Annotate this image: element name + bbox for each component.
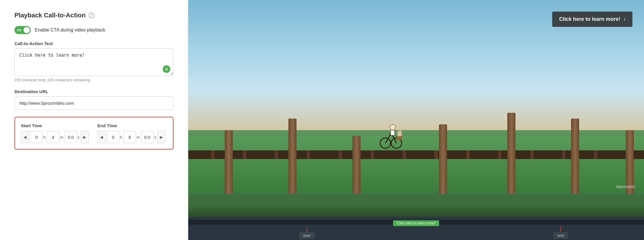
toggle-knob xyxy=(23,27,30,33)
end-arrow-icon: ↓ xyxy=(559,225,563,232)
bridge-plank-13 xyxy=(594,150,597,159)
bridge-plank-6 xyxy=(371,150,374,159)
end-hours-label: h xyxy=(120,135,122,139)
start-minutes-unit: 4 m xyxy=(47,131,63,143)
end-minutes-value: 8 xyxy=(123,131,136,143)
start-seconds-label: s xyxy=(78,135,80,139)
right-panel: Click here to learn more! › harmonic "Cl… xyxy=(188,0,644,240)
cta-toggle[interactable]: ON xyxy=(14,26,31,34)
end-seconds-value: 0.0 xyxy=(141,131,154,143)
svg-rect-10 xyxy=(396,136,402,140)
end-hours-value: 0 xyxy=(107,131,120,143)
pole-2 xyxy=(288,119,297,194)
end-marker-label: end xyxy=(554,232,568,239)
pole-1 xyxy=(225,130,233,194)
section-title-row: Playback Call-to-Action ? xyxy=(14,12,173,19)
toggle-row: ON Enable CTA during video playback xyxy=(14,26,173,34)
end-hours-unit: 0 h xyxy=(107,131,122,143)
start-time-field: Start Time ◀ 0 h 4 m 0.0 s ▶ xyxy=(21,123,89,143)
bridge-plank-3 xyxy=(275,150,278,159)
help-icon[interactable]: ? xyxy=(89,12,94,18)
start-minutes-label: m xyxy=(60,135,63,139)
pole-3 xyxy=(352,136,361,194)
start-hours-value: 0 xyxy=(30,131,43,143)
timeline-cta-label: "Click here to learn more!" xyxy=(393,220,439,226)
start-time-decrement[interactable]: ◀ xyxy=(21,131,29,143)
timeline-bar: "Click here to learn more!" ↓ start ↓ en… xyxy=(188,217,644,240)
cta-text-field-group: Call-to-Action Text G ⌟ 255 character li… xyxy=(14,41,173,82)
svg-marker-11 xyxy=(397,130,402,136)
cta-overlay-arrow: › xyxy=(624,16,625,22)
toggle-on-label: ON xyxy=(17,29,21,32)
destination-url-field-group: Destination URL xyxy=(14,89,173,110)
end-time-label: End Time xyxy=(98,123,166,128)
left-panel: Playback Call-to-Action ? ON Enable CTA … xyxy=(0,0,188,240)
destination-url-label: Destination URL xyxy=(14,89,173,94)
bridge-plank-4 xyxy=(307,150,310,159)
char-limit-text: 255 character limit. 229 characters rema… xyxy=(14,78,173,82)
bridge-plank-11 xyxy=(530,150,534,159)
start-minutes-value: 4 xyxy=(47,131,59,143)
start-hours-unit: 0 h xyxy=(30,131,45,143)
cta-text-label: Call-to-Action Text xyxy=(14,41,173,46)
end-seconds-unit: 0.0 s xyxy=(141,131,156,143)
video-container[interactable]: Click here to learn more! › harmonic xyxy=(188,0,644,217)
start-seconds-unit: 0.0 s xyxy=(64,131,80,143)
arrow-container: ↓ start ↓ end xyxy=(188,225,644,240)
start-time-inputs: ◀ 0 h 4 m 0.0 s ▶ xyxy=(21,131,89,143)
start-seconds-value: 0.0 xyxy=(64,131,77,143)
end-time-inputs: ◀ 0 h 8 m 0.0 s ▶ xyxy=(98,131,166,143)
bridge-plank-7 xyxy=(402,150,406,159)
end-seconds-label: s xyxy=(154,135,156,139)
svg-rect-9 xyxy=(391,130,395,135)
cta-overlay-text: Click here to learn more! xyxy=(559,16,620,22)
bridge-plank-1 xyxy=(211,150,215,159)
start-time-label: Start Time xyxy=(21,123,89,128)
end-minutes-label: m xyxy=(137,135,140,139)
bridge-plank-9 xyxy=(466,150,470,159)
timeline-track[interactable]: "Click here to learn more!" xyxy=(188,220,644,225)
person-on-bike xyxy=(380,121,403,150)
destination-url-input[interactable] xyxy=(14,96,173,110)
start-hours-label: h xyxy=(43,135,45,139)
end-minutes-unit: 8 m xyxy=(123,131,140,143)
svg-point-8 xyxy=(390,124,396,130)
section-title-text: Playback Call-to-Action xyxy=(14,12,86,19)
resize-handle[interactable]: ⌟ xyxy=(170,72,173,75)
time-row: Start Time ◀ 0 h 4 m 0.0 s ▶ xyxy=(21,123,167,143)
cta-textarea[interactable] xyxy=(15,49,173,75)
bridge-plank-10 xyxy=(498,150,502,159)
start-time-increment[interactable]: ▶ xyxy=(81,131,89,143)
bridge-plank-8 xyxy=(434,150,438,159)
start-arrow-icon: ↓ xyxy=(305,225,309,232)
end-time-field: End Time ◀ 0 h 8 m 0.0 s ▶ xyxy=(98,123,166,143)
bridge-plank-12 xyxy=(562,150,566,159)
grammarly-icon: G xyxy=(163,65,170,73)
time-range-box: Start Time ◀ 0 h 4 m 0.0 s ▶ xyxy=(14,117,173,149)
bridge-plank-2 xyxy=(243,150,246,159)
cta-overlay-button[interactable]: Click here to learn more! › xyxy=(552,12,632,27)
pole-6 xyxy=(571,119,579,194)
video-overlay-gradient xyxy=(188,205,644,217)
video-scene: Click here to learn more! › harmonic xyxy=(188,0,644,217)
bridge-plank-5 xyxy=(339,150,342,159)
watermark: harmonic xyxy=(616,184,635,189)
pole-5 xyxy=(507,113,515,194)
end-time-increment[interactable]: ▶ xyxy=(157,131,165,143)
cta-text-wrapper: G ⌟ xyxy=(14,48,173,76)
end-time-decrement[interactable]: ◀ xyxy=(98,131,106,143)
watermark-text: harmonic xyxy=(616,184,635,189)
end-marker: ↓ end xyxy=(554,225,568,239)
start-marker-label: start xyxy=(299,232,314,239)
toggle-description: Enable CTA during video playback xyxy=(35,27,105,33)
pole-4 xyxy=(439,124,447,194)
start-marker: ↓ start xyxy=(299,225,314,239)
